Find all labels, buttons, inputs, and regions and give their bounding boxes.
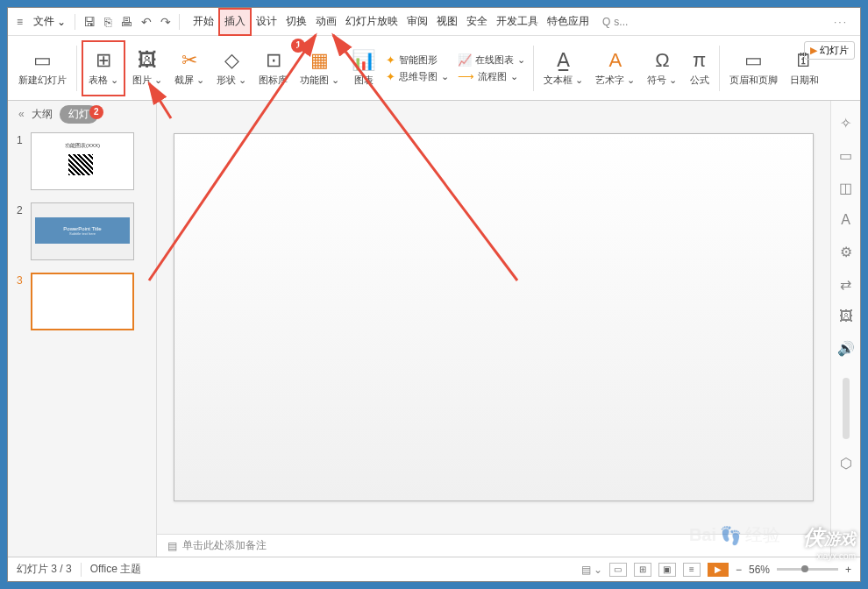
notes-toggle-icon[interactable]: ▤ ⌄ (581, 564, 602, 576)
chart-icon: 📊 (352, 49, 375, 72)
slide-number: 3 (17, 273, 25, 287)
search-icon: Q (602, 16, 610, 28)
flowchart-icon: ⟶ (458, 70, 474, 83)
normal-view-icon[interactable]: ▭ (609, 563, 627, 577)
tab-animation[interactable]: 动画 (311, 8, 341, 36)
separator (719, 46, 720, 91)
symbol-icon: Ω (655, 49, 669, 72)
small-group: ✦智能图形 ✦思维导图 ⌄ (382, 51, 452, 86)
file-menu[interactable]: 文件 ⌄ (28, 14, 71, 29)
flowchart-button[interactable]: ⟶流程图 ⌄ (458, 69, 525, 84)
settings-icon[interactable]: ⚙ (840, 244, 852, 260)
thumbnail (31, 273, 134, 330)
text-icon[interactable]: A (841, 212, 850, 228)
reading-view-icon[interactable]: ▣ (658, 563, 676, 577)
ribbon-tabs: 开始 插入 设计 切换 动画 幻灯片放映 审阅 视图 安全 开发工具 特色应用 (189, 8, 594, 36)
zoom-slider[interactable] (777, 568, 838, 571)
chart-button[interactable]: 📊 图表 (346, 40, 381, 96)
smart-icon: ✦ (386, 53, 395, 67)
baidu-watermark: Bai👣 经验 (689, 523, 780, 547)
print-preview-icon[interactable]: ⎘ (100, 15, 116, 29)
vertical-scrollbar[interactable] (843, 378, 850, 439)
tab-start[interactable]: 开始 (189, 8, 218, 36)
tab-review[interactable]: 审阅 (402, 8, 432, 36)
tab-feature-apps[interactable]: 特色应用 (543, 8, 594, 36)
play-button[interactable]: ▶ (708, 563, 729, 577)
shield-icon[interactable]: ⬡ (840, 455, 852, 472)
shapes-icon: ◇ (224, 49, 239, 72)
picture-panel-icon[interactable]: 🖼 (839, 309, 853, 324)
wordart-icon: A (609, 49, 623, 72)
new-slide-button[interactable]: ▭ 新建幻灯片 (13, 40, 72, 96)
label: 新建幻灯片 (18, 74, 67, 87)
outline-view-icon[interactable]: ≡ (683, 563, 701, 577)
mindmap-button[interactable]: ✦思维导图 ⌄ (386, 69, 449, 84)
slide-panel: « 大纲 幻灯 2 1 功能图表(XXX) 2 (8, 101, 157, 557)
tab-view[interactable]: 视图 (432, 8, 462, 36)
zoom-in-icon[interactable]: + (845, 564, 851, 576)
function-chart-icon: ▦ (310, 49, 329, 72)
symbol-button[interactable]: Ω 符号 ⌄ (642, 40, 682, 96)
slides-tab[interactable]: 幻灯 2 (60, 105, 98, 124)
slide-number: 2 (17, 202, 25, 216)
theme-label: Office 主题 (90, 562, 141, 577)
collapse-icon[interactable]: « (18, 108, 25, 120)
undo-icon[interactable]: ↶ (137, 15, 156, 29)
thumb-2[interactable]: 2 PowerPoint Title Subtitle text here (17, 202, 147, 260)
layers-icon[interactable]: ▭ (839, 147, 852, 164)
label: 文本框 ⌄ (544, 74, 583, 87)
zoom-level[interactable]: 56% (749, 564, 770, 576)
wordart-button[interactable]: A 艺术字 ⌄ (590, 40, 640, 96)
save-icon[interactable]: 🖫 (79, 15, 100, 29)
notes-placeholder: 单击此处添加备注 (182, 538, 267, 553)
online-chart-button[interactable]: 📈在线图表 ⌄ (458, 53, 525, 67)
search-text: s... (614, 16, 628, 28)
label: 图片 ⌄ (132, 74, 162, 87)
sparkle-icon[interactable]: ✧ (840, 115, 851, 131)
tab-transition[interactable]: 切换 (281, 8, 311, 36)
overflow-menu[interactable]: ··· (825, 16, 857, 28)
redo-icon[interactable]: ↷ (156, 15, 175, 29)
canvas-scroll[interactable] (157, 101, 830, 534)
divider (179, 14, 180, 30)
label: 页眉和页脚 (729, 74, 778, 87)
formula-button[interactable]: π 公式 (685, 40, 715, 96)
sorter-view-icon[interactable]: ⊞ (634, 563, 651, 577)
formula-icon: π (693, 49, 706, 72)
menu-icon[interactable]: ≡ (11, 16, 28, 28)
adjust-icon[interactable]: ⇄ (840, 276, 851, 293)
badge-2: 2 (89, 105, 103, 119)
thumb-1[interactable]: 1 功能图表(XXX) (17, 132, 147, 190)
print-icon[interactable]: 🖶 (116, 15, 137, 29)
zoom-out-icon[interactable]: − (736, 564, 742, 576)
slide-number: 1 (17, 132, 25, 146)
screenshot-button[interactable]: ✂ 截屏 ⌄ (169, 40, 210, 96)
speaker-icon[interactable]: 🔊 (837, 340, 855, 357)
label: 功能图 ⌄ (300, 74, 339, 87)
play-icon: ▶ (810, 45, 817, 56)
textbox-button[interactable]: A̲ 文本框 ⌄ (538, 40, 588, 96)
tab-design[interactable]: 设计 (252, 8, 281, 36)
function-chart-button[interactable]: 1 ▦ 功能图 ⌄ (295, 40, 345, 96)
slideshow-shortcut[interactable]: ▶ 幻灯片 (804, 41, 855, 60)
header-footer-button[interactable]: ▭ 页眉和页脚 (724, 40, 783, 96)
search-box[interactable]: Q s... (602, 16, 628, 28)
status-right: ▤ ⌄ ▭ ⊞ ▣ ≡ ▶ − 56% + (581, 563, 851, 577)
outline-tab[interactable]: 大纲 (32, 107, 53, 122)
thumb-3[interactable]: 3 (17, 273, 147, 330)
tab-slideshow[interactable]: 幻灯片放映 (341, 8, 402, 36)
smart-graphic-button[interactable]: ✦智能图形 (386, 53, 449, 67)
tab-developer[interactable]: 开发工具 (492, 8, 543, 36)
tab-insert[interactable]: 插入 (218, 8, 252, 36)
thumb-title: 功能图表(XXX) (32, 142, 133, 150)
slide-canvas[interactable] (174, 133, 814, 501)
label: 形状 ⌄ (217, 74, 246, 87)
label: 图表 (354, 74, 374, 87)
picture-button[interactable]: 🖼 图片 ⌄ (127, 40, 167, 96)
tab-security[interactable]: 安全 (462, 8, 492, 36)
selection-icon[interactable]: ◫ (839, 180, 852, 196)
shapes-button[interactable]: ◇ 形状 ⌄ (211, 40, 252, 96)
table-button[interactable]: ⊞ 表格 ⌄ (82, 40, 125, 96)
icon-library-button[interactable]: ⊡ 图标库 (253, 40, 293, 96)
thumbnails: 1 功能图表(XXX) 2 PowerPoint Title Subtitle … (8, 127, 156, 557)
